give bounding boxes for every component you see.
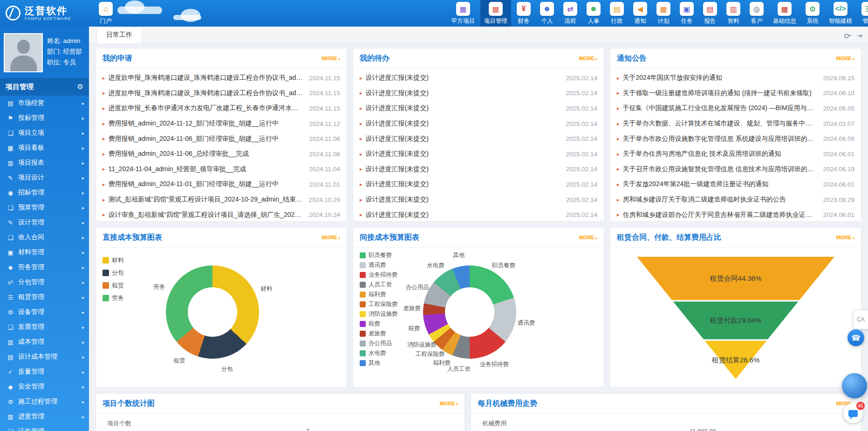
legend-item[interactable]: 通讯费 (360, 261, 398, 269)
legend-item[interactable]: 工程保险费 (360, 300, 398, 308)
sidebar-item-3[interactable]: ❏项目立项▸ (0, 125, 89, 140)
sidebar-item-2[interactable]: ⚑投标管理▸ (0, 111, 89, 125)
application-row[interactable]: ▸费用报销_admin_2024-11-12_部门经理审批_胡建__运行中202… (103, 116, 340, 132)
legend-item[interactable]: 消防设施费 (360, 310, 398, 318)
gear-icon[interactable]: ⚙ (77, 83, 83, 91)
todo-row[interactable]: ▸设计进度汇报(未提交)2025.02.14 (360, 101, 597, 116)
topnav-item-1[interactable]: ▦甲方项目 (448, 0, 478, 27)
more-link[interactable]: MORE› (322, 56, 340, 62)
more-link[interactable]: MORE› (440, 401, 458, 407)
legend-item[interactable]: 人员工资 (360, 281, 398, 289)
sidebar-item-15[interactable]: ⚙设备管理▸ (0, 305, 89, 320)
tab-daily-work[interactable]: 日常工作 (96, 27, 142, 43)
sidebar-item-14[interactable]: ☰租赁管理▸ (0, 290, 89, 305)
sidebar-item-5[interactable]: ▥项目报表▸ (0, 155, 89, 170)
online-service-button[interactable] (842, 373, 867, 398)
topnav-item-10[interactable]: ▣任务 (676, 0, 697, 27)
legend-item[interactable]: 业务招待费 (360, 271, 398, 279)
todo-row[interactable]: ▸设计进度汇报(未提交)2025.02.14 (360, 86, 597, 101)
notice-row[interactable]: ▸住房和城乡建设部办公厅关于同意吉林省开展二级建造师执业证书电子化试点...20… (617, 207, 854, 221)
more-link[interactable]: MORE› (579, 56, 597, 62)
legend-item[interactable]: 福利费 (360, 291, 398, 299)
topnav-item-3[interactable]: ¥财务 (513, 0, 534, 27)
topnav-item-17[interactable]: ☰管理 (858, 0, 868, 27)
legend-item[interactable]: 差旅费 (360, 330, 398, 338)
todo-row[interactable]: ▸设计进度汇报(未提交)2025.02.14 (360, 131, 597, 146)
legend-item[interactable]: 租赁 (103, 281, 124, 290)
topnav-item-16[interactable]: </>智能建模 (825, 0, 856, 27)
topnav-item-9[interactable]: ▦计划 (653, 0, 674, 27)
app-logo[interactable]: 泛普软件 FANPU SOFTWARE (0, 6, 89, 21)
topnav-item-15[interactable]: ⚙系统 (802, 0, 823, 27)
sidebar-item-7[interactable]: ◉招标管理▸ (0, 185, 89, 200)
more-link[interactable]: MORE› (836, 56, 854, 62)
sidebar-item-21[interactable]: ⚙施工过程管理▸ (0, 394, 89, 409)
topnav-item-7[interactable]: ▤行政 (606, 0, 628, 27)
application-row[interactable]: ▸设计审查_彭祖新城“四馆”景观工程设计项目_请选择_胡广生_2024-10-2… (103, 207, 340, 221)
notice-row[interactable]: ▸关于领取一级注册建造师培训项目的通知 (须持一建证书前来领取)2024.06.… (617, 86, 854, 101)
todo-row[interactable]: ▸设计进度汇报(未提交)2025.02.14 (360, 116, 597, 132)
sidebar-item-20[interactable]: ◆安全管理▸ (0, 379, 89, 394)
legend-item[interactable]: 材料 (103, 256, 124, 264)
legend-item[interactable]: 办公用品 (360, 340, 398, 348)
project-count-chart[interactable]: 项目个数 7 7 (96, 414, 465, 431)
legend-item[interactable]: 税费 (360, 320, 398, 328)
notice-row[interactable]: ▸关于举办市政公用设施数字化管理信息 系统建设与应用培训班的通知2024.06.… (617, 131, 854, 146)
donut-chart[interactable] (423, 265, 516, 359)
sidebar-item-12[interactable]: ☻劳务管理▸ (0, 260, 89, 275)
donut-chart[interactable] (166, 265, 259, 359)
machine-cost-chart[interactable]: 机械费用 12,000 11,690.00 (471, 414, 861, 431)
sidebar-item-17[interactable]: ▥成本管理▸ (0, 334, 89, 349)
application-row[interactable]: ▸进度款申报_长春市伊通河水力发电厂改建工程_长春市伊通河水力发电...2024… (103, 101, 340, 116)
application-row[interactable]: ▸进度款申报_珠海鹤港口建设_珠海鹤港口建设工程合作协议书_admin_...2… (103, 86, 340, 101)
application-row[interactable]: ▸费用报销_admin_2024-11-01_部门经理审批_胡建__运行中202… (103, 177, 340, 192)
sidebar-item-9[interactable]: ✎设计管理▸ (0, 215, 89, 230)
sidebar-item-6[interactable]: ✎项目设计▸ (0, 170, 89, 185)
application-row[interactable]: ▸11_2024-11-04_admin_经营部_领导审批__完成2024.11… (103, 162, 340, 177)
notice-row[interactable]: ▸关于举办住房与房地产信息化 技术及应用培训班的通知2024.06.01 (617, 146, 854, 162)
todo-row[interactable]: ▸设计进度汇报(未提交)2025.02.14 (360, 177, 597, 192)
notice-row[interactable]: ▸房和城乡建设厅关于取消二级建造师临时执业证书的公告2023.08.29 (617, 192, 854, 208)
more-link[interactable]: MORE› (322, 235, 340, 241)
collapsed-side-widget[interactable]: CA (853, 310, 868, 329)
legend-item[interactable]: 分包 (103, 269, 124, 277)
topnav-item-2[interactable]: ▦项目管理 (480, 0, 511, 27)
topnav-item-12[interactable]: ▥资料 (723, 0, 744, 27)
notice-row[interactable]: ▸关于发放2024年第24批一级建造师注册证书的通知2024.06.01 (617, 177, 854, 192)
todo-row[interactable]: ▸设计进度汇报(未提交)2025.02.14 (360, 70, 597, 86)
sidebar-item-23[interactable]: ❏证件管理▸ (0, 424, 89, 431)
notice-row[interactable]: ▸关于举办大数据、云计算技术在城市建设、规划、管理与服务中的应用培训班...20… (617, 116, 854, 132)
legend-item[interactable]: 职员餐费 (360, 251, 398, 259)
more-link[interactable]: MORE› (579, 235, 597, 241)
todo-row[interactable]: ▸设计进度汇报(未提交)2025.02.14 (360, 146, 597, 162)
sidebar-item-4[interactable]: ▦项目看板▸ (0, 140, 89, 155)
topnav-item-4[interactable]: ☻个人 (536, 0, 558, 27)
application-row[interactable]: ▸费用报销_admin_2024-11-06_总经理审批__完成2024.11.… (103, 146, 340, 162)
todo-row[interactable]: ▸设计进度汇报(未提交)2025.02.14 (360, 192, 597, 208)
sidebar-item-19[interactable]: ✓质量管理▸ (0, 364, 89, 379)
topnav-item-5[interactable]: ⇄流程 (560, 0, 581, 27)
topnav-item-8[interactable]: ◀通知 (629, 0, 651, 27)
application-row[interactable]: ▸进度款申报_珠海鹤港口建设_珠海鹤港口建设工程合作协议书_admin_...2… (103, 70, 340, 86)
sidebar-item-13[interactable]: x²分包管理▸ (0, 275, 89, 290)
sidebar-item-22[interactable]: ▥进度管理▸ (0, 409, 89, 424)
topnav-item-11[interactable]: ▤报告 (699, 0, 721, 27)
more-link[interactable]: MORE› (836, 235, 854, 241)
topnav-item-13[interactable]: ◎客户 (746, 0, 767, 27)
notice-row[interactable]: ▸关于召开市政公用设施智慧化管理信息 信息技术与应用培训班的通知2024.06.… (617, 162, 854, 177)
legend-item[interactable]: 其他 (360, 359, 398, 367)
todo-row[interactable]: ▸设计进度汇报(未提交)2025.02.14 (360, 162, 597, 177)
application-row[interactable]: ▸测试_彭祖新城“四馆”景观工程设计项目_2024-10-29_admin_结束… (103, 192, 340, 208)
sidebar-item-18[interactable]: ▤设计成本管理▸ (0, 349, 89, 364)
application-row[interactable]: ▸费用报销_admin_2024-11-06_部门经理审批_胡建__运行中202… (103, 131, 340, 146)
legend-item[interactable]: 水电费 (360, 349, 398, 357)
legend-item[interactable]: 劳务 (103, 294, 124, 302)
sidebar-item-8[interactable]: ❏预算管理▸ (0, 200, 89, 215)
nav-portal[interactable]: ⌂ 门户 (96, 0, 116, 27)
sidebar-item-1[interactable]: ▤市场经营▸ (0, 96, 89, 111)
notice-row[interactable]: ▸关于2024年国庆节放假安排的通知2024.06.15 (617, 70, 854, 86)
topnav-item-14[interactable]: ▦基础信息 (769, 0, 800, 27)
topnav-item-6[interactable]: ☻人事 (583, 0, 604, 27)
chat-button[interactable]: 45 (843, 403, 863, 424)
notice-row[interactable]: ▸于征集《中国建筑施工行业信息化发展报告 (2024) —BIM应用与发展》材料… (617, 101, 854, 116)
